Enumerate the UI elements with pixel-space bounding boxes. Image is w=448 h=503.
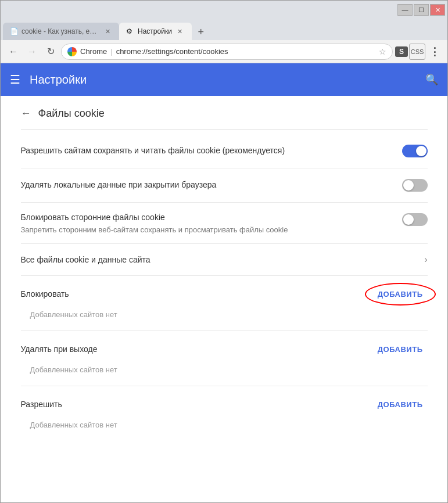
toggle-delete-on-close[interactable] xyxy=(402,179,428,192)
tab-settings[interactable]: ⚙ Настройки ✕ xyxy=(119,23,192,40)
new-tab-button[interactable]: + xyxy=(193,24,209,40)
setting-block-third-party-sublabel: Запретить сторонним веб-сайтам сохранять… xyxy=(21,225,390,234)
toggle-thumb-allow-cookies xyxy=(416,146,427,156)
back-button[interactable]: ← xyxy=(5,44,21,60)
tab-bar: 📄 cookie - Как узнать, ест... ✕ ⚙ Настро… xyxy=(1,19,447,40)
setting-allow-cookies-text: Разрешить сайтам сохранять и читать файл… xyxy=(21,145,402,157)
all-cookies-row[interactable]: Все файлы cookie и данные сайта › xyxy=(21,244,428,276)
tab-cookie-title: cookie - Как узнать, ест... xyxy=(21,27,99,35)
allow-section-title: Разрешить xyxy=(21,400,62,409)
address-bar[interactable]: Chrome | chrome://settings/content/cooki… xyxy=(61,44,393,60)
setting-row-delete-on-close: Удалять локальные данные при закрытии бр… xyxy=(21,168,428,203)
close-button[interactable]: ✕ xyxy=(430,4,445,16)
delete-section: Удалять при выходе ДОБАВИТЬ Добавленных … xyxy=(21,331,428,386)
back-arrow-icon[interactable]: ← xyxy=(21,107,31,120)
title-bar-controls: — ☐ ✕ xyxy=(397,4,445,16)
setting-delete-on-close-text: Удалять локальные данные при закрытии бр… xyxy=(21,179,402,191)
extensions-button[interactable]: S xyxy=(395,46,408,57)
content-area: ← Файлы cookie Разрешить сайтам сохранят… xyxy=(1,96,447,502)
settings-page: ← Файлы cookie Разрешить сайтам сохранят… xyxy=(9,96,439,441)
tab-cookie[interactable]: 📄 cookie - Как узнать, ест... ✕ xyxy=(3,23,119,40)
setting-row-block-third-party: Блокировать сторонние файлы cookie Запре… xyxy=(21,203,428,244)
toggle-allow-cookies[interactable] xyxy=(402,145,428,157)
tab-settings-close[interactable]: ✕ xyxy=(175,27,185,36)
browser-window: — ☐ ✕ 📄 cookie - Как узнать, ест... ✕ ⚙ … xyxy=(0,0,448,503)
chrome-logo xyxy=(67,47,77,56)
tab-cookie-close[interactable]: ✕ xyxy=(103,27,112,36)
address-separator: | xyxy=(110,47,112,56)
search-icon[interactable]: 🔍 xyxy=(425,73,438,86)
chevron-right-icon: › xyxy=(424,254,427,265)
block-section: Блокировать ДОБАВИТЬ Добавленных сайтов … xyxy=(21,276,428,331)
minimize-button[interactable]: — xyxy=(397,4,413,16)
toggle-track-block-third-party[interactable] xyxy=(402,213,428,226)
toggle-thumb-block-third-party xyxy=(403,214,414,225)
url-display: chrome://settings/content/cookies xyxy=(116,47,228,56)
toggle-track-allow-cookies[interactable] xyxy=(402,145,428,157)
block-section-title: Блокировать xyxy=(21,289,69,299)
forward-button[interactable]: → xyxy=(24,44,40,60)
maximize-button[interactable]: ☐ xyxy=(414,4,429,16)
page-title: Файлы cookie xyxy=(38,107,105,120)
hamburger-icon[interactable]: ☰ xyxy=(10,73,20,87)
nav-bar: ← → ↻ Chrome | chrome://settings/content… xyxy=(1,40,447,63)
setting-block-third-party-text: Блокировать сторонние файлы cookie Запре… xyxy=(21,212,402,234)
setting-row-allow-cookies: Разрешить сайтам сохранять и читать файл… xyxy=(21,134,428,168)
toggle-block-third-party[interactable] xyxy=(402,213,428,226)
nav-actions: S CSS ⋮ xyxy=(395,44,443,60)
delete-add-button[interactable]: ДОБАВИТЬ xyxy=(373,343,428,356)
css-button[interactable]: CSS xyxy=(409,44,425,60)
back-nav: ← Файлы cookie xyxy=(21,96,428,130)
allow-section: Разрешить ДОБАВИТЬ Добавленных сайтов не… xyxy=(21,386,428,441)
block-empty-label: Добавленных сайтов нет xyxy=(21,306,428,330)
all-cookies-label: Все файлы cookie и данные сайта xyxy=(21,255,150,264)
allow-add-button[interactable]: ДОБАВИТЬ xyxy=(373,398,428,411)
app-title: Настройки xyxy=(30,73,425,87)
setting-allow-cookies-label: Разрешить сайтам сохранять и читать файл… xyxy=(21,145,390,157)
bookmark-star-icon[interactable]: ☆ xyxy=(379,47,386,56)
app-header: ☰ Настройки 🔍 xyxy=(1,63,447,96)
delete-section-header: Удалять при выходе ДОБАВИТЬ xyxy=(21,331,428,361)
block-add-button[interactable]: ДОБАВИТЬ xyxy=(373,288,428,301)
delete-section-title: Удалять при выходе xyxy=(21,344,98,354)
toggle-track-delete-on-close[interactable] xyxy=(402,179,428,192)
setting-block-third-party-label: Блокировать сторонние файлы cookie xyxy=(21,212,390,224)
reload-button[interactable]: ↻ xyxy=(42,44,59,60)
title-bar: — ☐ ✕ xyxy=(1,1,447,19)
allow-section-header: Разрешить ДОБАВИТЬ xyxy=(21,386,428,416)
delete-empty-label: Добавленных сайтов нет xyxy=(21,361,428,386)
settings-icon: ⚙ xyxy=(126,27,134,35)
block-section-header: Блокировать ДОБАВИТЬ xyxy=(21,276,428,306)
menu-button[interactable]: ⋮ xyxy=(427,44,443,60)
address-text: chrome://settings/content/cookies xyxy=(116,47,375,56)
setting-delete-on-close-label: Удалять локальные данные при закрытии бр… xyxy=(21,179,390,191)
tab-settings-title: Настройки xyxy=(138,27,172,35)
page-icon: 📄 xyxy=(10,27,18,35)
toggle-thumb-delete-on-close xyxy=(403,180,414,191)
allow-empty-label: Добавленных сайтов нет xyxy=(21,416,428,441)
chrome-label: Chrome xyxy=(80,47,107,56)
